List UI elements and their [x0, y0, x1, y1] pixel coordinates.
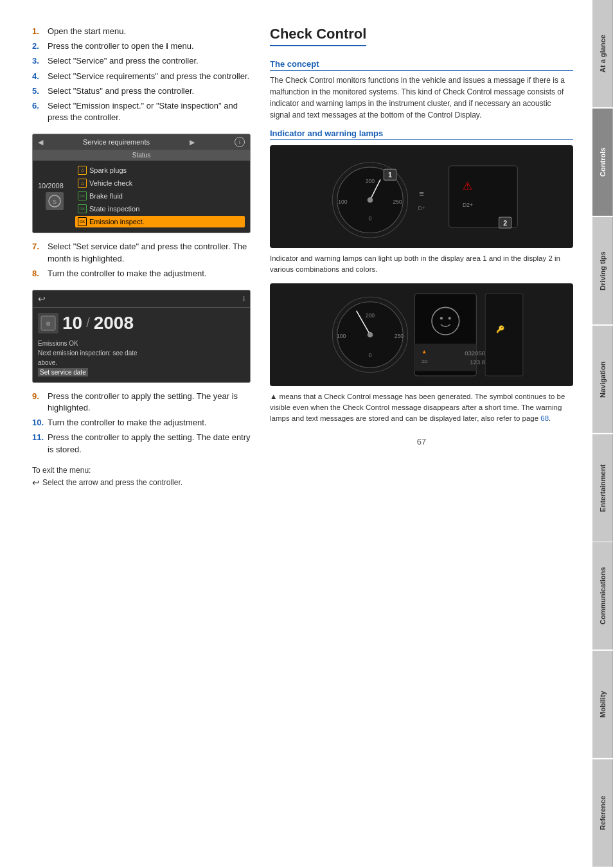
info-button-2: i [244, 295, 245, 303]
list-item: 7. Select "Set service date" and press t… [32, 241, 251, 264]
instrument-cluster-1: 200 100 250 0 1 ⚠ D2+ 2 ≡ [270, 145, 573, 248]
list-item: 4. Select "Service requirements" and pre… [32, 71, 251, 82]
svg-text:200: 200 [366, 178, 375, 184]
svg-text:200: 200 [366, 312, 375, 319]
date-day: 10 [62, 313, 82, 333]
steps-list-2: 7. Select "Set service date" and press t… [32, 241, 251, 279]
svg-text:250: 250 [393, 199, 402, 205]
back-symbol: ↩ [32, 477, 40, 488]
screen-title-1: Service requirements [83, 138, 150, 146]
sidebar-tab-reference[interactable]: Reference [592, 759, 613, 867]
step-text-9: Press the controller to apply the settin… [48, 391, 251, 414]
exit-label: To exit the menu: [32, 466, 251, 475]
exit-instruction-text: Select the arrow and press the controlle… [42, 478, 182, 487]
screen-date: 10/2008 [38, 182, 71, 190]
step-number-5: 5. [32, 85, 44, 97]
step-text-1: Open the start menu. [48, 26, 126, 37]
screen-item-spark-plugs: △ Spark plugs [75, 164, 245, 176]
step-number-8: 8. [32, 268, 44, 279]
step-number-6: 6. [32, 100, 44, 123]
sidebar-tab-entertainment[interactable]: Entertainment [592, 434, 613, 542]
screen-header-2: ↩ i [33, 290, 250, 308]
screen2-line-2: Next emission inspection: see date [38, 348, 245, 358]
svg-text:S: S [53, 199, 57, 205]
exit-instruction: ↩ Select the arrow and press the control… [32, 477, 251, 488]
info-button: i [235, 137, 245, 147]
list-item: 10. Turn the controller to make the adju… [32, 417, 251, 429]
page-number: 67 [270, 437, 573, 459]
concept-heading: The concept [270, 59, 573, 71]
screen-mockup-1: ◀ Service requirements ▶ i Status 10/200… [32, 134, 251, 233]
svg-text:2D: 2D [422, 358, 428, 364]
screen-item-state-inspection: OK State inspection [75, 203, 245, 215]
step-number-7: 7. [32, 241, 44, 264]
svg-text:▲: ▲ [422, 348, 427, 354]
svg-point-33 [440, 317, 443, 319]
step-number-9: 9. [32, 391, 44, 414]
svg-text:🔑: 🔑 [496, 324, 505, 333]
svg-rect-40 [485, 294, 523, 376]
date-icon: ⚙ [38, 313, 58, 333]
screen-subheader-1: Status [33, 150, 250, 161]
step-text-8: Turn the controller to make the adjustme… [48, 268, 206, 279]
svg-text:0: 0 [369, 352, 372, 359]
step-text-6: Select "Emission inspect." or "State ins… [48, 100, 251, 123]
svg-text:123.8: 123.8 [470, 358, 485, 365]
warning-triangle: ▲ [270, 393, 277, 400]
list-item: 1. Open the start menu. [32, 26, 251, 37]
ok-badge-3: OK [78, 217, 87, 226]
svg-text:100: 100 [338, 199, 347, 205]
step-text-7: Select "Set service date" and press the … [48, 241, 251, 264]
steps-list-3: 9. Press the controller to apply the set… [32, 391, 251, 456]
screen-item-brake-fluid: OK Brake fluid [75, 190, 245, 202]
cluster-svg-1: 200 100 250 0 1 ⚠ D2+ 2 ≡ [270, 145, 573, 248]
list-item: 8. Turn the controller to make the adjus… [32, 268, 251, 279]
svg-text:≡: ≡ [419, 189, 423, 199]
check-control-title: Check Control [270, 26, 366, 46]
screen-row-main: 10/2008 S △ Spark plugs [38, 164, 245, 227]
svg-point-30 [368, 332, 373, 337]
screen2-line-1: Emissions OK [38, 339, 245, 348]
sidebar-tab-at-a-glance[interactable]: At a glance [592, 0, 613, 107]
svg-text:⚠: ⚠ [463, 180, 472, 192]
sidebar: At a glance Controls Driving tips Naviga… [592, 0, 613, 868]
list-item: 9. Press the controller to apply the set… [32, 391, 251, 414]
right-column: Check Control The concept The Check Cont… [270, 26, 573, 488]
set-service-date-highlight: Set service date [38, 368, 88, 376]
step-number-3: 3. [32, 55, 44, 67]
step-text-2: Press the controller to open the i menu. [48, 40, 194, 52]
screen2-text: Emissions OK Next emission inspection: s… [38, 339, 245, 377]
date-slash: / [86, 315, 90, 330]
cluster-caption: Indicator and warning lamps can light up… [270, 253, 573, 276]
svg-text:2: 2 [503, 219, 507, 227]
svg-text:100: 100 [337, 333, 346, 339]
screen2-line-4: Set service date [38, 368, 245, 377]
svg-text:1: 1 [388, 171, 392, 179]
sidebar-tab-controls[interactable]: Controls [592, 109, 613, 216]
sidebar-tab-communications[interactable]: Communications [592, 542, 613, 650]
ok-badge-1: OK [78, 191, 87, 200]
svg-text:D+: D+ [418, 205, 425, 211]
warn-badge-2: △ [78, 179, 87, 188]
screen-item-vehicle-check: △ Vehicle check [75, 177, 245, 189]
list-item: 3. Select "Service" and press the contro… [32, 55, 251, 67]
warn-badge-1: △ [78, 166, 87, 175]
concept-text: The Check Control monitors functions in … [270, 75, 573, 121]
warning-caption: ▲ means that a Check Control message has… [270, 391, 573, 425]
sidebar-tab-driving-tips[interactable]: Driving tips [592, 217, 613, 324]
step-number-10: 10. [32, 417, 44, 429]
screen2-line-3: above. [38, 358, 245, 368]
back-arrow-icon: ↩ [38, 294, 46, 304]
page-link: 68 [540, 414, 549, 422]
svg-text:250: 250 [395, 333, 404, 339]
step-number-11: 11. [32, 432, 44, 455]
svg-text:0: 0 [369, 215, 372, 222]
sidebar-tab-mobility[interactable]: Mobility [592, 651, 613, 758]
main-content: 1. Open the start menu. 2. Press the con… [0, 0, 592, 507]
sidebar-tab-navigation[interactable]: Navigation [592, 326, 613, 433]
screen-body-1: 10/2008 S △ Spark plugs [33, 161, 250, 233]
svg-text:032050: 032050 [465, 350, 485, 357]
step-text-4: Select "Service requirements" and press … [48, 71, 249, 82]
screen-header-1: ◀ Service requirements ▶ i [33, 134, 250, 150]
left-arrow: ◀ [38, 138, 43, 146]
